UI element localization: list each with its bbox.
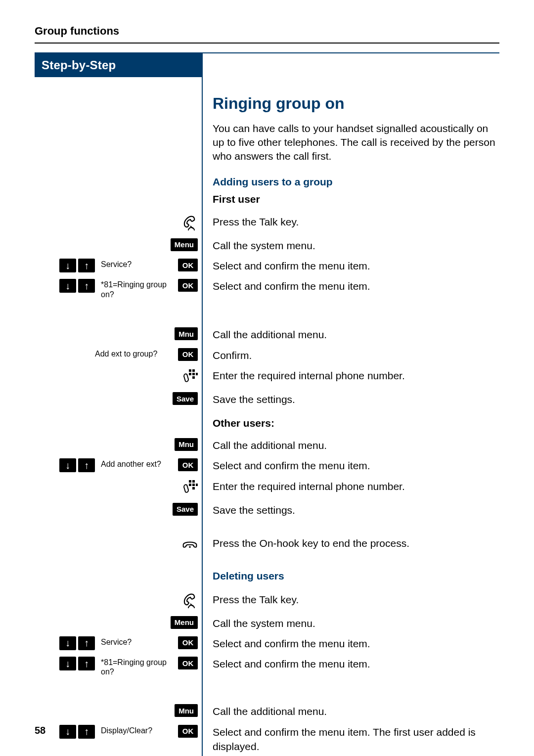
menu-badge: Menu [171,616,198,629]
up-arrow-icon: ↑ [78,458,95,472]
svg-rect-8 [189,484,191,486]
instruction-text: Call the additional menu. [203,701,499,721]
document-page: Group functions Step-by-Step Ringing gro… [0,0,534,756]
keypad-icon [182,479,198,497]
mnu-badge: Mnu [175,438,198,451]
instruction-text: Confirm. [203,345,499,365]
mnu-badge: Mnu [175,327,198,340]
instruction-text: Call the additional menu. [203,435,499,455]
instruction-text: Press the Talk key. [203,589,499,613]
running-header: Group functions [35,25,499,44]
menu-prompt: Service? [98,636,176,647]
ok-badge: OK [178,279,198,292]
up-down-arrows: ↓ ↑ [59,279,96,293]
page-number: 58 [35,725,45,736]
instruction-text: Press the Talk key. [203,212,499,235]
up-arrow-icon: ↑ [78,259,95,272]
svg-rect-3 [192,373,195,375]
label-first-user: First user [213,192,499,206]
svg-rect-10 [196,484,198,486]
instruction-text: Press the On-hook key to end the process… [203,533,499,557]
menu-prompt: *81=Ringing group on? [98,279,176,299]
up-down-arrows: ↓ ↑ [59,725,96,739]
down-arrow-icon: ↓ [59,657,76,670]
down-arrow-icon: ↓ [59,725,76,739]
svg-rect-7 [192,480,195,483]
section-title: Ringing group on [213,92,499,115]
subsection-deleting-users: Deleting users [213,569,499,583]
instruction-text: Select and confirm the menu item. [203,455,499,476]
content-grid: Step-by-Step Ringing group on You can ha… [35,53,499,756]
ok-badge: OK [178,636,198,649]
svg-rect-0 [189,369,191,372]
instruction-text: Select and confirm the menu item. [203,633,499,654]
menu-prompt: Add ext to group? [92,348,176,358]
down-arrow-icon: ↓ [59,279,76,293]
instruction-text: Select and confirm the menu item. [203,276,499,310]
ok-badge: OK [178,725,198,738]
talk-key-icon [182,592,198,610]
up-down-arrows: ↓ ↑ [59,657,96,670]
down-arrow-icon: ↓ [59,259,76,272]
instruction-text: Save the settings. [203,389,499,409]
up-down-arrows: ↓ ↑ [59,458,96,472]
instruction-text: Enter the required internal phone number… [203,476,499,500]
ok-badge: OK [178,458,198,471]
instruction-text: Call the additional menu. [203,324,499,345]
up-down-arrows: ↓ ↑ [59,259,96,272]
keypad-icon [182,368,198,386]
instruction-text: Select and confirm the menu item. [203,654,499,687]
intro-paragraph: You can have calls to your handset signa… [213,122,499,164]
menu-prompt: Display/Clear? [98,725,176,735]
menu-prompt: *81=Ringing group on? [98,657,176,676]
save-badge: Save [173,392,198,405]
menu-badge: Menu [171,238,198,251]
instruction-text: Select and confirm the menu item. [203,256,499,276]
up-arrow-icon: ↑ [78,279,95,293]
save-badge: Save [173,503,198,516]
svg-rect-5 [192,376,195,379]
down-arrow-icon: ↓ [59,458,76,472]
menu-prompt: Add another ext? [98,458,176,469]
mnu-badge: Mnu [175,704,198,717]
subsection-adding-users: Adding users to a group [213,175,499,189]
svg-rect-2 [189,373,191,375]
instruction-text: Select and confirm the menu item. The fi… [203,722,499,756]
up-down-arrows: ↓ ↑ [59,636,96,650]
ok-badge: OK [178,657,198,669]
onhook-key-icon [182,536,198,554]
svg-point-12 [189,546,191,548]
up-arrow-icon: ↑ [78,636,95,650]
svg-rect-4 [196,373,198,375]
down-arrow-icon: ↓ [59,636,76,650]
instruction-text: Call the system menu. [203,235,499,256]
label-other-users: Other users: [213,416,499,430]
menu-prompt: Service? [98,259,176,269]
up-arrow-icon: ↑ [78,725,95,739]
instruction-text: Call the system menu. [203,613,499,633]
svg-rect-1 [192,369,195,372]
instruction-text: Save the settings. [203,500,499,520]
svg-rect-9 [192,484,195,486]
svg-rect-11 [192,487,195,489]
up-arrow-icon: ↑ [78,657,95,670]
ok-badge: OK [178,348,198,361]
step-by-step-banner: Step-by-Step [35,53,202,77]
ok-badge: OK [178,259,198,271]
instruction-text: Enter the required internal phone number… [203,365,499,389]
svg-rect-6 [189,480,191,483]
talk-key-icon [182,215,198,232]
